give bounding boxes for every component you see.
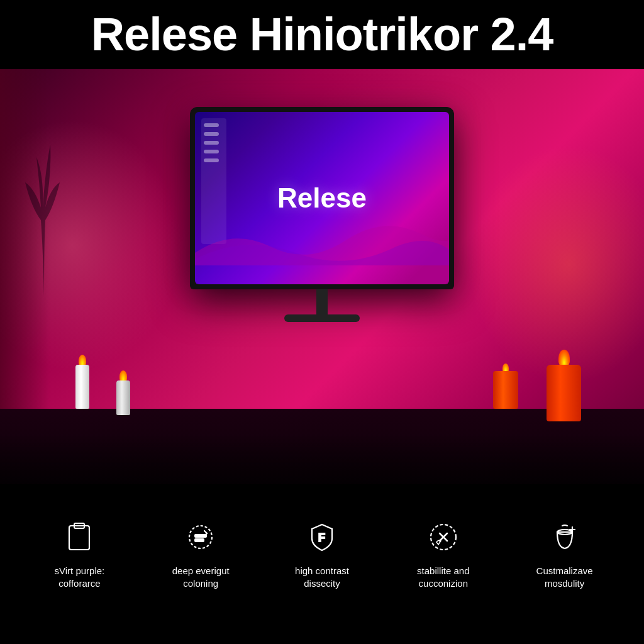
candle-body-2 xyxy=(116,380,130,415)
header: Relese Hiniotrikor 2.4 xyxy=(0,0,644,69)
candle-flame-3 xyxy=(558,350,570,366)
hero-image: Relese xyxy=(0,69,644,484)
monitor-base xyxy=(284,314,360,322)
wrench-cross-icon xyxy=(423,517,464,557)
feature-label-deep: deep everigutcoloning xyxy=(172,565,230,591)
candle-2 xyxy=(116,370,130,415)
feature-label-stable: stabillite andcucconizion xyxy=(417,565,469,591)
candle-4 xyxy=(493,364,518,409)
svg-rect-3 xyxy=(195,535,206,537)
feature-label-custom: Custmalizavemosdulity xyxy=(536,565,593,591)
candle-body-1 xyxy=(75,365,89,409)
svg-rect-0 xyxy=(69,526,89,550)
page-title: Relese Hiniotrikor 2.4 xyxy=(91,11,553,58)
monitor: Relese xyxy=(190,107,454,322)
feature-item-stable: stabillite andcucconizion xyxy=(389,517,498,591)
feature-label-contrast: high contrastdissecity xyxy=(295,565,349,591)
shield-f-icon: F xyxy=(302,517,342,557)
svg-text:F: F xyxy=(318,531,325,544)
candle-1 xyxy=(75,355,89,409)
candle-body-4 xyxy=(493,371,518,409)
candle-3 xyxy=(547,350,581,421)
monitor-screen: Relese xyxy=(195,112,449,284)
monitor-neck xyxy=(316,289,328,314)
image-fade xyxy=(0,434,644,484)
glow-right xyxy=(468,145,644,384)
candle-body-3 xyxy=(547,365,581,421)
feature-item-contrast: F high contrastdissecity xyxy=(267,517,377,591)
monitor-bezel: Relese xyxy=(190,107,454,289)
features-bar: sVirt purple:cofforarce deep everigutcol… xyxy=(0,484,644,623)
bucket-plus-icon xyxy=(545,517,585,557)
screen-title-text: Relese xyxy=(277,182,367,214)
feature-item-deep: deep everigutcoloning xyxy=(146,517,255,591)
clipboard-icon xyxy=(59,517,99,557)
svg-rect-4 xyxy=(195,539,204,541)
plant-decoration xyxy=(19,119,69,296)
feature-item-custom: Custmalizavemosdulity xyxy=(510,517,619,591)
refresh-settings-icon xyxy=(180,517,221,557)
screen-wave xyxy=(195,215,449,265)
feature-item-purple: sVirt purple:cofforarce xyxy=(25,517,135,591)
feature-label-purple: sVirt purple:cofforarce xyxy=(55,565,105,591)
